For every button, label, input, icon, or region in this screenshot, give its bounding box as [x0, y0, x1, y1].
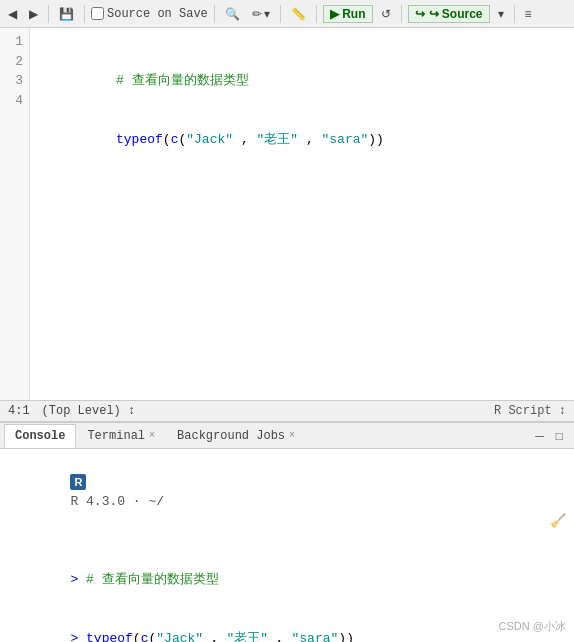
source-dropdown-button[interactable]: ▾ — [494, 5, 508, 23]
console-str-laowang: "老王" — [227, 631, 269, 643]
editor-area: 1 2 3 4 # 查看向量的数据类型 typeof(c("Jack" , "老… — [0, 28, 574, 400]
line-number: 2 — [6, 52, 23, 72]
scope-indicator[interactable]: (Top Level) ↕ — [42, 404, 136, 418]
run-button[interactable]: ▶ Run — [323, 5, 373, 23]
code-line-2: # 查看向量的数据类型 — [38, 52, 566, 111]
toolbar-separator-7 — [514, 5, 515, 23]
console-str-sara: "sara" — [292, 631, 339, 643]
source-button[interactable]: ↪ ↪ Source — [408, 5, 490, 23]
line-number: 3 — [6, 71, 23, 91]
tab-background-jobs[interactable]: Background Jobs × — [166, 424, 306, 448]
source-on-save-label: Source on Save — [91, 7, 208, 21]
cursor-position: 4:1 — [8, 404, 30, 418]
tab-terminal-label: Terminal — [87, 429, 145, 443]
console-body[interactable]: R R 4.3.0 · ~/ 🧹 > # 查看向量的数据类型 > typeof(… — [0, 449, 574, 642]
line-numbers: 1 2 3 4 — [0, 28, 30, 400]
tab-console-label: Console — [15, 429, 65, 443]
code-function: typeof — [116, 132, 163, 147]
search-icon: 🔍 — [225, 7, 240, 21]
tab-background-jobs-label: Background Jobs — [177, 429, 285, 443]
tab-console[interactable]: Console — [4, 424, 76, 448]
console-line-comment: > # 查看向量的数据类型 — [8, 551, 566, 610]
code-tools-button[interactable]: ✏ ▾ — [248, 5, 274, 23]
code-line-3: typeof(c("Jack" , "老王" , "sara")) — [38, 110, 566, 169]
watermark: CSDN @小冰 — [499, 619, 566, 634]
script-type[interactable]: R Script ↕ — [494, 404, 566, 418]
line-number: 4 — [6, 91, 23, 111]
toolbar-separator-5 — [316, 5, 317, 23]
status-left: 4:1 (Top Level) ↕ — [8, 404, 135, 418]
console-line-cmd: > typeof(c("Jack" , "老王" , "sara")) — [8, 609, 566, 642]
menu-button[interactable]: ≡ — [521, 5, 536, 23]
console-clear-icon[interactable]: 🧹 — [550, 512, 566, 532]
tab-background-jobs-close[interactable]: × — [289, 430, 295, 441]
line-number: 1 — [6, 32, 23, 52]
save-button[interactable]: 💾 — [55, 5, 78, 23]
console-r-info: R R 4.3.0 · ~/ 🧹 — [8, 453, 566, 551]
code-tools-icon: ✏ — [252, 7, 262, 21]
console-prompt-1: > — [70, 572, 86, 587]
console-str-jack: "Jack" — [156, 631, 203, 643]
code-comment: # 查看向量的数据类型 — [116, 73, 249, 88]
forward-button[interactable]: ▶ — [25, 5, 42, 23]
code-tools-dropdown-icon: ▾ — [264, 7, 270, 21]
search-button[interactable]: 🔍 — [221, 5, 244, 23]
code-editor[interactable]: # 查看向量的数据类型 typeof(c("Jack" , "老王" , "sa… — [30, 28, 574, 400]
editor-content: 1 2 3 4 # 查看向量的数据类型 typeof(c("Jack" , "老… — [0, 28, 574, 400]
toolbar: ◀ ▶ 💾 Source on Save 🔍 ✏ ▾ 📏 ▶ Run ↺ ↪ — [0, 0, 574, 28]
console-panel: Console Terminal × Background Jobs × ─ □… — [0, 422, 574, 642]
source-label: ↪ Source — [429, 7, 483, 21]
console-icons: ─ □ — [532, 428, 570, 444]
rerun-button[interactable]: ↺ — [377, 5, 395, 23]
back-button[interactable]: ◀ — [4, 5, 21, 23]
r-version: R 4.3.0 · ~/ — [70, 494, 164, 509]
r-logo: R — [70, 474, 86, 490]
toolbar-separator-4 — [280, 5, 281, 23]
tab-terminal[interactable]: Terminal × — [76, 424, 166, 448]
console-maximize-button[interactable]: □ — [553, 428, 566, 444]
tab-terminal-close[interactable]: × — [149, 430, 155, 441]
status-bar: 4:1 (Top Level) ↕ R Script ↕ — [0, 400, 574, 422]
code-line-4 — [38, 169, 566, 189]
save-icon: 💾 — [59, 7, 74, 21]
console-cmd-typeof: typeof — [86, 631, 133, 643]
console-prompt-2: > — [70, 631, 86, 643]
rerun-icon: ↺ — [381, 7, 391, 21]
ruler-icon: 📏 — [291, 7, 306, 21]
toolbar-separator-1 — [48, 5, 49, 23]
code-line-1 — [38, 32, 566, 52]
ruler-button[interactable]: 📏 — [287, 5, 310, 23]
toolbar-separator-3 — [214, 5, 215, 23]
toolbar-separator-2 — [84, 5, 85, 23]
console-comment-text: # 查看向量的数据类型 — [86, 572, 219, 587]
toolbar-separator-6 — [401, 5, 402, 23]
console-minimize-button[interactable]: ─ — [532, 428, 547, 444]
source-icon: ↪ — [415, 7, 425, 21]
console-tabs: Console Terminal × Background Jobs × ─ □ — [0, 423, 574, 449]
source-on-save-checkbox[interactable] — [91, 7, 104, 20]
